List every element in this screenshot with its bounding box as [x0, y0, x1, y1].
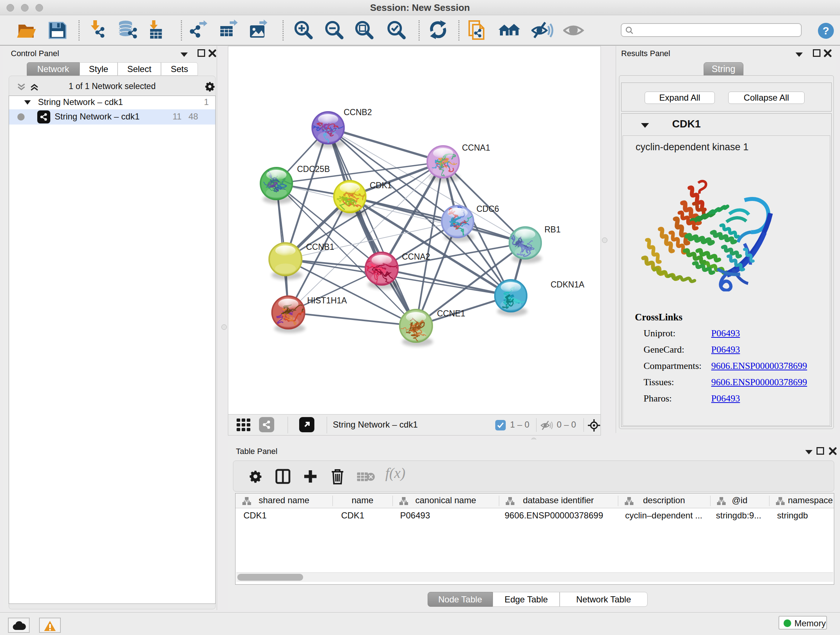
svg-text:CCNB1: CCNB1: [306, 242, 334, 252]
svg-text:CDC6: CDC6: [477, 204, 499, 214]
svg-text:CCNB2: CCNB2: [344, 108, 372, 117]
svg-text:CCNA1: CCNA1: [462, 143, 490, 152]
svg-text:CCNE1: CCNE1: [437, 309, 465, 318]
svg-text:CDK1: CDK1: [370, 181, 392, 190]
svg-text:RB1: RB1: [545, 225, 561, 234]
svg-text:CDC25B: CDC25B: [297, 165, 330, 174]
svg-text:CDKN1A: CDKN1A: [551, 280, 584, 289]
svg-text:CCNA2: CCNA2: [402, 252, 430, 261]
svg-text:HIST1H1A: HIST1H1A: [307, 296, 347, 305]
